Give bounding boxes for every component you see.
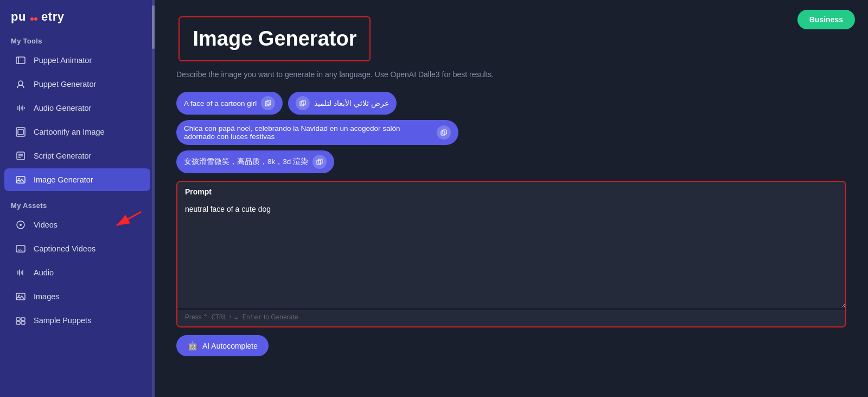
chip-spanish-copy[interactable] bbox=[437, 125, 451, 140]
chip-spanish[interactable]: Chica con papá noel, celebrando la Navid… bbox=[176, 120, 458, 145]
logo-eyes bbox=[30, 17, 37, 21]
puppet-animator-label: Puppet Animator bbox=[34, 56, 92, 65]
logo-area: pu etry bbox=[0, 0, 155, 33]
chip-cartoon-girl-copy[interactable] bbox=[261, 96, 275, 110]
chip-arabic-text: عرض ثلاثي الأبعاد لتلميذ bbox=[314, 99, 388, 108]
hint-enter: ↵ Enter bbox=[234, 313, 262, 321]
prompt-textarea[interactable]: neutral face of a cute dog bbox=[177, 199, 845, 308]
chip-chinese-copy[interactable] bbox=[312, 155, 327, 169]
svg-rect-18 bbox=[21, 318, 25, 320]
svg-rect-19 bbox=[16, 322, 20, 324]
eye-dot-right bbox=[34, 17, 37, 21]
my-assets-label: My Assets bbox=[0, 197, 155, 213]
ai-autocomplete-button[interactable]: 🤖 AI Autocomplete bbox=[176, 335, 269, 356]
sidebar-item-images[interactable]: Images bbox=[4, 285, 150, 308]
hint-plus: + bbox=[229, 313, 234, 321]
eye-dot-left bbox=[30, 17, 34, 21]
sidebar-scrollbar[interactable] bbox=[152, 0, 155, 397]
audio-label: Audio bbox=[34, 268, 54, 277]
images-icon bbox=[15, 291, 26, 302]
image-generator-icon bbox=[15, 174, 26, 185]
captioned-videos-label: Captioned Videos bbox=[34, 244, 95, 253]
chip-arabic[interactable]: عرض ثلاثي الأبعاد لتلميذ bbox=[288, 92, 396, 115]
chips-row-2: Chica con papá noel, celebrando la Navid… bbox=[176, 120, 846, 145]
sample-puppets-label: Sample Puppets bbox=[34, 316, 91, 325]
chip-cartoon-girl-text: A face of a cartoon girl bbox=[184, 99, 257, 108]
svg-point-12 bbox=[20, 224, 22, 226]
prompt-hint: Press ^ CTRL + ↵ Enter to Generate bbox=[177, 310, 845, 326]
autocomplete-icon: 🤖 bbox=[187, 341, 198, 351]
script-generator-icon bbox=[15, 150, 26, 161]
prompt-label: Prompt bbox=[177, 182, 845, 199]
sidebar-item-script-generator[interactable]: Script Generator bbox=[4, 144, 150, 167]
audio-generator-label: Audio Generator bbox=[34, 104, 91, 112]
captioned-videos-icon: CC bbox=[15, 243, 26, 254]
hint-to-generate: to Generate bbox=[264, 313, 298, 321]
image-generator-label: Image Generator bbox=[34, 175, 93, 184]
sidebar-item-videos[interactable]: Videos bbox=[4, 213, 150, 236]
page-title-box: Image Generator bbox=[178, 16, 371, 61]
svg-text:CC: CC bbox=[18, 248, 23, 251]
main-content: Business Image Generator Describe the im… bbox=[155, 0, 868, 397]
images-label: Images bbox=[34, 292, 60, 301]
svg-rect-4 bbox=[18, 129, 23, 135]
videos-label: Videos bbox=[34, 220, 58, 229]
sidebar-item-puppet-generator[interactable]: Puppet Generator bbox=[4, 73, 150, 96]
audio-icon bbox=[15, 267, 26, 278]
svg-rect-20 bbox=[21, 322, 25, 324]
sample-puppets-icon bbox=[15, 315, 26, 326]
svg-rect-0 bbox=[16, 57, 25, 64]
chip-cartoon-girl[interactable]: A face of a cartoon girl bbox=[176, 92, 283, 115]
svg-rect-17 bbox=[16, 318, 20, 320]
cartoonify-label: Cartoonify an Image bbox=[34, 128, 105, 136]
puppet-generator-icon bbox=[15, 79, 26, 90]
page-subtitle: Describe the image you want to generate … bbox=[176, 70, 846, 79]
sidebar-item-audio[interactable]: Audio bbox=[4, 261, 150, 284]
prompt-container: Prompt neutral face of a cute dog Press … bbox=[176, 181, 846, 327]
chip-spanish-text: Chica con papá noel, celebrando la Navid… bbox=[184, 124, 432, 141]
chips-row-1: A face of a cartoon girl عرض ثلاثي الأبع… bbox=[176, 92, 846, 115]
chip-chinese-text: 女孩滑雪微笑，高品质，8k，3d 渲染 bbox=[184, 157, 308, 167]
chip-arabic-copy[interactable] bbox=[296, 96, 310, 110]
chip-chinese[interactable]: 女孩滑雪微笑，高品质，8k，3d 渲染 bbox=[176, 150, 334, 173]
my-tools-label: My Tools bbox=[0, 33, 155, 48]
hint-press: Press bbox=[185, 313, 202, 321]
hint-ctrl: ^ CTRL bbox=[203, 313, 227, 321]
sidebar-item-image-generator[interactable]: Image Generator bbox=[4, 168, 150, 191]
videos-icon bbox=[15, 219, 26, 230]
svg-point-2 bbox=[18, 81, 23, 85]
sidebar-item-puppet-animator[interactable]: Puppet Animator bbox=[4, 49, 150, 72]
sidebar-item-cartoonify[interactable]: Cartoonify an Image bbox=[4, 121, 150, 143]
page-title: Image Generator bbox=[193, 27, 356, 51]
sidebar-item-captioned-videos[interactable]: CC Captioned Videos bbox=[4, 237, 150, 260]
puppet-generator-label: Puppet Generator bbox=[34, 80, 96, 89]
sidebar-scrollbar-thumb bbox=[152, 5, 155, 49]
cartoonify-icon bbox=[15, 127, 26, 137]
business-button[interactable]: Business bbox=[797, 10, 855, 29]
autocomplete-label: AI Autocomplete bbox=[202, 342, 258, 350]
script-generator-label: Script Generator bbox=[34, 152, 91, 160]
puppet-animator-icon bbox=[15, 55, 26, 66]
sidebar-item-sample-puppets[interactable]: Sample Puppets bbox=[4, 309, 150, 332]
sidebar: pu etry My Tools Puppet Animator Puppet … bbox=[0, 0, 155, 397]
sidebar-item-audio-generator[interactable]: Audio Generator bbox=[4, 97, 150, 119]
logo: pu etry bbox=[11, 10, 64, 24]
chips-row-3: 女孩滑雪微笑，高品质，8k，3d 渲染 bbox=[176, 150, 846, 173]
audio-generator-icon bbox=[15, 103, 26, 114]
